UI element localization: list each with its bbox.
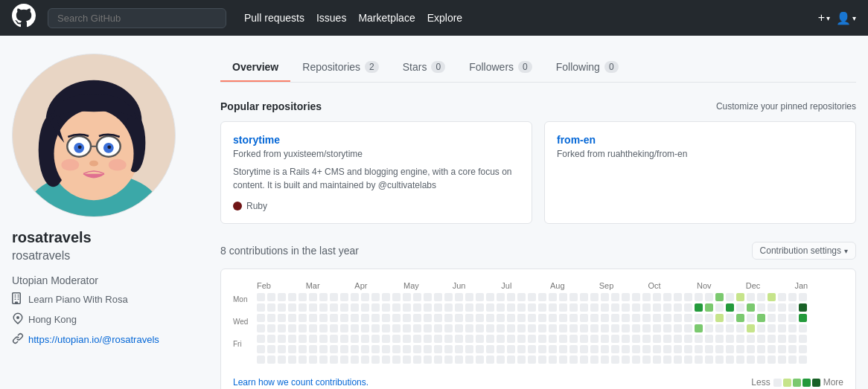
graph-cell (705, 356, 713, 364)
customize-pinned-link[interactable]: Customize your pinned repositories (716, 101, 856, 112)
graph-cell (371, 293, 380, 301)
nav-pull-requests[interactable]: Pull requests (244, 12, 304, 24)
graph-cell (371, 356, 380, 364)
graph-cell (549, 335, 557, 343)
repo-fork-info: Forked from ruahtheking/from-en (557, 149, 843, 159)
legend-cell-1 (783, 379, 791, 387)
graph-cell (549, 324, 557, 332)
graph-cell (299, 335, 307, 343)
graph-cell (330, 324, 338, 332)
repo-name-link[interactable]: from-en (557, 134, 596, 146)
graph-cell (382, 345, 390, 353)
graph-cell (267, 324, 275, 332)
graph-cell (340, 345, 348, 353)
graph-cell (278, 345, 286, 353)
graph-cell (528, 345, 536, 353)
graph-cells (257, 293, 843, 371)
graph-cell (715, 356, 724, 364)
tab-overview[interactable]: Overview (220, 54, 290, 82)
graph-cell (330, 335, 338, 343)
graph-cell (757, 335, 765, 343)
contributions-section: 8 contributions in the last year Contrib… (220, 242, 856, 389)
graph-cell (371, 345, 380, 353)
graph-cell (778, 303, 786, 312)
repo-fork-link[interactable]: ruahtheking/from-en (607, 149, 687, 159)
tab-following[interactable]: Following 0 (544, 54, 631, 82)
graph-cell (403, 324, 411, 332)
popular-repos-header: Popular repositories Customize your pinn… (220, 100, 856, 112)
graph-week (455, 293, 463, 371)
graph-cell (611, 345, 619, 353)
graph-cell (309, 303, 317, 312)
repo-card: storytime Forked from yuxisteem/storytim… (220, 121, 532, 224)
graph-cell (413, 303, 421, 312)
github-logo-icon[interactable] (12, 4, 36, 32)
graph-cell (778, 356, 786, 364)
graph-cell (632, 314, 640, 322)
graph-cell (799, 356, 807, 364)
website-link[interactable]: https://utopian.io/@rosatravels (28, 334, 159, 345)
graph-cell (309, 335, 317, 343)
graph-cell (517, 335, 526, 343)
graph-cell (684, 356, 692, 364)
user-menu-button[interactable]: 👤 ▾ (836, 11, 856, 25)
day-label-empty (233, 328, 257, 338)
nav-issues[interactable]: Issues (316, 12, 346, 24)
graph-cell (632, 345, 640, 353)
graph-week (538, 293, 546, 371)
graph-cell (695, 356, 703, 364)
graph-cell (257, 345, 265, 353)
graph-cell (705, 293, 713, 301)
graph-cell (278, 303, 286, 312)
graph-cell (622, 324, 630, 332)
month-label: Jan (794, 281, 843, 290)
organization-icon (12, 292, 24, 306)
link-icon (12, 332, 24, 347)
repo-name-link[interactable]: storytime (233, 134, 280, 146)
graph-cell (278, 335, 286, 343)
month-label: May (403, 281, 453, 290)
graph-cell (715, 293, 724, 301)
nav-explore[interactable]: Explore (427, 12, 462, 24)
repo-description: Storytime is a Rails 4+ CMS and blogging… (233, 165, 520, 192)
learn-contributions-link[interactable]: Learn how we count contributions. (233, 377, 368, 388)
graph-cell (361, 324, 369, 332)
tab-followers[interactable]: Followers 0 (457, 54, 544, 82)
graph-week (590, 293, 599, 371)
graph-cell (340, 356, 348, 364)
legend-cells (773, 379, 820, 387)
contribution-settings-button[interactable]: Contribution settings ▾ (752, 242, 856, 260)
nav-marketplace[interactable]: Marketplace (358, 12, 415, 24)
graph-footer: Learn how we count contributions. Less M… (233, 377, 843, 388)
graph-week (611, 293, 619, 371)
graph-week (299, 293, 307, 371)
graph-cell (799, 324, 807, 332)
svg-point-12 (78, 145, 82, 149)
graph-cell (538, 345, 546, 353)
graph-cell (309, 324, 317, 332)
graph-cell (768, 356, 776, 364)
graph-week (726, 293, 734, 371)
graph-cell (330, 303, 338, 312)
search-input[interactable] (48, 8, 226, 28)
tab-repositories[interactable]: Repositories 2 (290, 54, 391, 82)
graph-cell (757, 356, 765, 364)
tab-stars[interactable]: Stars 0 (391, 54, 457, 82)
graph-cell (569, 324, 578, 332)
graph-cell (486, 324, 494, 332)
graph-cell (476, 356, 484, 364)
repo-fork-link[interactable]: yuxisteem/storytime (284, 149, 363, 159)
graph-cell (257, 303, 265, 312)
graph-week (663, 293, 671, 371)
legend-cell-0 (773, 379, 782, 387)
graph-cell (778, 335, 786, 343)
graph-cell (288, 314, 296, 322)
chevron-down-icon: ▾ (852, 14, 856, 22)
new-item-button[interactable]: + ▾ (818, 11, 830, 25)
graph-cell (497, 314, 505, 322)
month-label: Nov (697, 281, 746, 290)
graph-cell (590, 303, 599, 312)
graph-week (382, 293, 390, 371)
graph-cell (497, 356, 505, 364)
graph-cell (663, 324, 671, 332)
